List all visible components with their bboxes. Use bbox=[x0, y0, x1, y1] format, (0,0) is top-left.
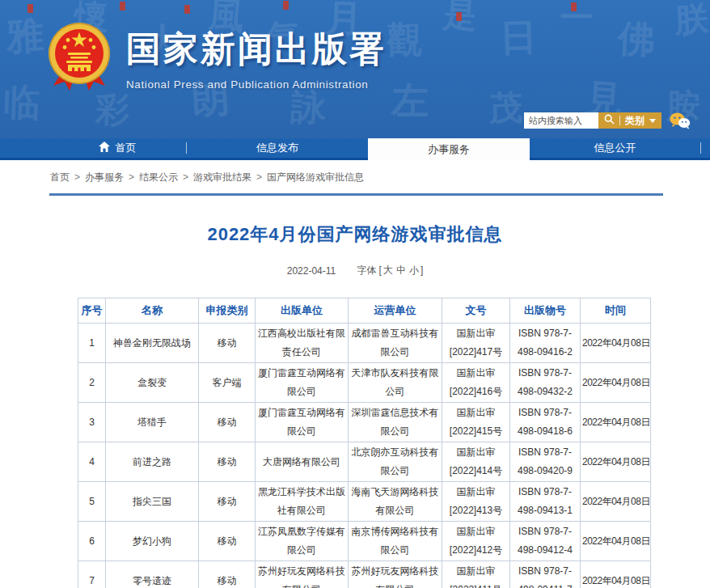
cell-index: 5 bbox=[78, 482, 106, 522]
cell-name: 前进之路 bbox=[106, 442, 199, 482]
col-isbn: 出版物号 bbox=[510, 298, 581, 324]
chevron-down-icon[interactable] bbox=[649, 119, 656, 123]
nav-item-services-active[interactable]: 办事服务 bbox=[368, 138, 530, 160]
cell-isbn: ISBN 978-7-498-09432-2 bbox=[510, 363, 581, 403]
breadcrumb-separator: > bbox=[183, 171, 188, 183]
publish-date: 2022-04-11 bbox=[287, 265, 336, 277]
national-emblem-icon bbox=[45, 21, 113, 95]
cell-doc-no: 国新出审[2022]415号 bbox=[442, 403, 510, 442]
breadcrumb-services[interactable]: 办事服务 bbox=[85, 171, 124, 183]
cell-date: 2022年04月08日 bbox=[581, 324, 651, 363]
cell-name: 零号遗迹 bbox=[106, 561, 199, 588]
wechat-icon[interactable] bbox=[669, 112, 691, 130]
cell-publisher: 苏州好玩友网络科技有限公司 bbox=[256, 561, 349, 588]
nav-item-home[interactable]: 首页 bbox=[49, 138, 186, 158]
cell-doc-no: 国新出审[2022]411号 bbox=[442, 561, 510, 588]
seal-mark bbox=[27, 4, 33, 13]
watermark-char: 佛 bbox=[616, 14, 656, 66]
table-row: 7零号遗迹移动苏州好玩友网络科技有限公司苏州好玩友网络科技有限公司国新出审[20… bbox=[78, 561, 651, 588]
section-divider bbox=[49, 193, 663, 196]
cell-isbn: ISBN 978-7-498-09412-4 bbox=[510, 522, 581, 561]
search-separator bbox=[619, 116, 620, 125]
cell-name: 盒裂变 bbox=[106, 363, 199, 403]
cell-category: 移动 bbox=[199, 442, 256, 482]
breadcrumb-home[interactable]: 首页 bbox=[50, 171, 70, 183]
cell-category: 客户端 bbox=[199, 363, 256, 403]
bracket: ] bbox=[421, 264, 423, 276]
cell-name: 指尖三国 bbox=[106, 482, 199, 522]
site-title: 国家新闻出版署 bbox=[126, 26, 387, 73]
cell-operator: 苏州好玩友网络科技有限公司 bbox=[349, 561, 442, 588]
cell-publisher: 大唐网络有限公司 bbox=[256, 442, 349, 482]
article-meta: 2022-04-11 字体 [大中小] bbox=[0, 264, 710, 277]
breadcrumb-results[interactable]: 结果公示 bbox=[139, 171, 178, 183]
table-row: 4前进之路移动大唐网络有限公司北京朗亦互动科技有限公司国新出审[2022]414… bbox=[78, 442, 651, 482]
breadcrumb-separator: > bbox=[74, 171, 80, 183]
cell-date: 2022年04月08日 bbox=[581, 403, 651, 442]
watermark-char: 左 bbox=[391, 76, 429, 126]
col-publisher: 出版单位 bbox=[256, 298, 349, 324]
seal-mark bbox=[184, 5, 190, 14]
nav-spacer bbox=[0, 138, 49, 158]
table-row: 5指尖三国移动黑龙江科学技术出版社有限公司海南飞天游网络科技有限公司国新出审[2… bbox=[78, 482, 651, 522]
article: 2022年4月份国产网络游戏审批信息 2022-04-11 字体 [大中小] 序… bbox=[0, 222, 710, 588]
cell-operator: 南京博传网络科技有限公司 bbox=[349, 522, 442, 561]
watermark-char: 觀 bbox=[387, 16, 422, 64]
site-search-input[interactable] bbox=[524, 112, 598, 129]
cell-date: 2022年04月08日 bbox=[581, 522, 651, 561]
cell-date: 2022年04月08日 bbox=[581, 363, 651, 403]
cell-date: 2022年04月08日 bbox=[581, 442, 651, 482]
table-header-row: 序号 名称 申报类别 出版单位 运营单位 文号 出版物号 时间 bbox=[78, 298, 651, 324]
col-operator: 运营单位 bbox=[349, 298, 442, 324]
approval-table: 序号 名称 申报类别 出版单位 运营单位 文号 出版物号 时间 1神兽金刚无限战… bbox=[78, 298, 651, 588]
nav-item-info-release[interactable]: 信息发布 bbox=[187, 138, 368, 158]
brand: 国家新闻出版署 National Press and Publication A… bbox=[45, 21, 387, 95]
breadcrumb: 首页>办事服务>结果公示>游戏审批结果>国产网络游戏审批信息 bbox=[0, 160, 710, 193]
cell-name: 神兽金刚无限战场 bbox=[106, 324, 199, 363]
cell-date: 2022年04月08日 bbox=[581, 482, 651, 522]
search-icon[interactable] bbox=[604, 113, 615, 128]
col-doc-no: 文号 bbox=[442, 298, 510, 324]
cell-operator: 北京朗亦互动科技有限公司 bbox=[349, 442, 442, 482]
category-dropdown[interactable]: 类别 bbox=[625, 112, 644, 129]
watermark-char: 临 bbox=[2, 77, 41, 129]
cell-category: 移动 bbox=[199, 403, 256, 442]
watermark-char: 雅 bbox=[5, 10, 45, 62]
cell-operator: 深圳雷霆信息技术有限公司 bbox=[349, 403, 442, 442]
brand-text: 国家新闻出版署 National Press and Publication A… bbox=[126, 26, 387, 91]
seal-mark bbox=[283, 1, 289, 10]
nav-item-info-disclosure[interactable]: 信息公开 bbox=[530, 138, 700, 158]
cell-doc-no: 国新出审[2022]414号 bbox=[442, 442, 510, 482]
seal-mark bbox=[571, 2, 577, 11]
main-nav: 首页 信息发布 办事服务 信息公开 bbox=[0, 138, 710, 160]
approval-table-body: 1神兽金刚无限战场移动江西高校出版社有限责任公司成都雷兽互动科技有限公司国新出审… bbox=[78, 324, 651, 588]
cell-doc-no: 国新出审[2022]412号 bbox=[442, 522, 510, 561]
breadcrumb-current[interactable]: 国产网络游戏审批信息 bbox=[267, 171, 364, 183]
cell-date: 2022年04月08日 bbox=[581, 561, 651, 588]
watermark-char: 日 bbox=[499, 12, 538, 64]
nav-item-label: 首页 bbox=[116, 141, 137, 155]
table-row: 6梦幻小狗移动江苏凤凰数字传媒有限公司南京博传网络科技有限公司国新出审[2022… bbox=[78, 522, 651, 561]
font-size-small[interactable]: 小 bbox=[409, 264, 419, 276]
cell-index: 2 bbox=[78, 363, 106, 403]
cell-operator: 天津市队友科技有限公司 bbox=[349, 363, 442, 403]
table-row: 1神兽金刚无限战场移动江西高校出版社有限责任公司成都雷兽互动科技有限公司国新出审… bbox=[78, 324, 651, 363]
watermark-char: 一 bbox=[560, 0, 594, 40]
font-size-label: 字体 bbox=[357, 264, 376, 276]
col-index: 序号 bbox=[78, 298, 106, 324]
watermark-char: 朕 bbox=[674, 0, 710, 43]
col-date: 时间 bbox=[581, 298, 651, 324]
table-row: 2盒裂变客户端厦门雷霆互动网络有限公司天津市队友科技有限公司国新出审[2022]… bbox=[78, 363, 651, 403]
cell-name: 梦幻小狗 bbox=[106, 522, 199, 561]
cell-isbn: ISBN 978-7-498-09413-1 bbox=[510, 482, 581, 522]
breadcrumb-separator: > bbox=[129, 171, 134, 183]
cell-index: 4 bbox=[78, 442, 106, 482]
page-title: 2022年4月份国产网络游戏审批信息 bbox=[0, 222, 710, 247]
font-size-medium[interactable]: 中 bbox=[396, 264, 406, 276]
breadcrumb-game-approvals[interactable]: 游戏审批结果 bbox=[193, 171, 251, 183]
search-bar: 类别 bbox=[524, 112, 691, 129]
cell-operator: 海南飞天游网络科技有限公司 bbox=[349, 482, 442, 522]
site-header: 雅懷大風气月觀是日一佛朕临彩朗詠左茂見胺 bbox=[0, 0, 710, 138]
font-size-large[interactable]: 大 bbox=[383, 264, 393, 276]
cell-publisher: 厦门雷霆互动网络有限公司 bbox=[256, 363, 349, 403]
